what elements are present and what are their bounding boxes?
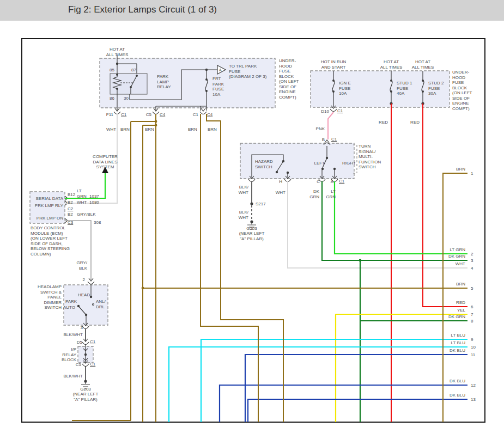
- ground-g203-left-loc: (NEAR LEFT "A" PILLAR): [65, 392, 106, 402]
- ground-g203-center-loc: (NEAR LEFT "A" PILLAR): [232, 231, 272, 241]
- relay-pin-86: 86: [107, 96, 114, 101]
- stub-label-11: DK BLU: [420, 348, 465, 353]
- stub-label-6: RED: [420, 300, 465, 306]
- headlamp-pin-3: 3: [78, 325, 83, 331]
- stub-num-3: 3: [471, 258, 473, 264]
- stub-label-7: YEL: [420, 308, 465, 313]
- connector-c4-b: C4: [207, 112, 212, 118]
- stub-num-5: 5: [471, 286, 473, 291]
- bcm-pin-c2: C2: [68, 206, 73, 212]
- switch-pos-park: PARK: [65, 299, 77, 304]
- stub-label-8: DK GRN: [420, 314, 465, 320]
- connector-c1-b: C1: [189, 112, 198, 118]
- stub-num-9: 9: [471, 337, 473, 343]
- connector-c1-turn-top: C1: [331, 137, 337, 142]
- stub-num-10: 10: [471, 345, 476, 350]
- stub-label-5: BRN: [420, 282, 465, 287]
- switch-pos-auto: AUTO: [63, 305, 75, 310]
- headlamp-switch-label: HEADLAMP SWITCH & PANEL DIMMER SWITCH: [32, 284, 62, 310]
- stud1-fuse-label: STUD 1 FUSE 40A: [397, 81, 412, 96]
- stub-num-12: 12: [471, 383, 476, 388]
- connector-c1-turn-bottom: C1: [339, 179, 344, 184]
- stub-label-10: LT BLU: [420, 340, 465, 346]
- hot-at-all-times-3: HOT AT ALL TIMES: [404, 59, 442, 70]
- wire-label-blkwht-2: BLK/WHT: [61, 374, 83, 379]
- hot-in-run-label: HOT IN RUN AND START: [314, 59, 353, 70]
- bcm-pin-b12: B12: [68, 192, 75, 198]
- switch-pos-anl-drl: ANL/ DRL: [96, 299, 106, 309]
- wire-label-brn-4: BRN: [208, 127, 217, 132]
- bcm-pin-b2-b: B2: [68, 212, 73, 217]
- stub-num-4: 4: [471, 266, 473, 271]
- stub-num-8: 8: [471, 319, 473, 324]
- wire-label-pnk: PNK: [315, 126, 325, 132]
- bcm-pin-b2-a: B2: [68, 200, 73, 205]
- park-lamp-relay-label: PARK LAMP RELAY: [157, 74, 171, 90]
- computer-data-lines-label: COMPUTER DATA LINES SYSTEM: [86, 154, 125, 170]
- circuit-1037: 1037: [89, 194, 99, 199]
- bcm-serial-data: SERIAL DATA: [32, 196, 63, 202]
- circuit-308: 308: [94, 220, 101, 225]
- wire-label-gryblk: GRY/BLK: [77, 212, 96, 217]
- wire-label-ltgrn-serial: LT GRN: [77, 188, 87, 199]
- wire-label-brn-3: BRN: [188, 127, 197, 132]
- stub-label-1: BRN: [420, 167, 465, 172]
- wire-label-dkgrn: DK GRN: [307, 189, 319, 199]
- connector-c1-d5: C1: [90, 339, 95, 345]
- bcm-module-label: BODY CONTROL MODULE (BCM) (ON LOWER LEFT…: [31, 225, 70, 257]
- stub-num-11: 11: [471, 352, 475, 358]
- turn-signal-switch-label: TURN SIGNAL/ MULTI- FUNCTION SWITCH: [359, 144, 381, 170]
- wire-label-brn-2: BRN: [145, 127, 154, 132]
- turn-left-label: LEFT: [308, 161, 325, 166]
- splice-s217-label: S217: [256, 202, 266, 207]
- relay-pin-30: 30: [121, 96, 129, 101]
- wire-label-red-1: RED: [376, 120, 388, 125]
- connector-d10: D10: [318, 109, 329, 114]
- frt-park-fuse-label: FRT PARK FUSE 10A: [212, 76, 224, 97]
- turn-right-label: RIGHT: [342, 161, 356, 166]
- wire-label-wht-h: WHT: [271, 190, 286, 196]
- to-trl-park-fuse-label: TO TRL PARK FUSE (DIAGRAM 2 OF 3): [229, 64, 266, 80]
- stub-label-4: WHT: [420, 261, 465, 267]
- hazard-switch-label: HAZARD SWITCH: [255, 159, 273, 169]
- splice-s217-dot: [250, 202, 253, 205]
- connector-c1-d10: C1: [337, 108, 343, 114]
- turn-pin-a: A: [327, 179, 333, 185]
- connector-c5: C5: [142, 112, 151, 118]
- wire-label-red-2: RED: [408, 120, 420, 125]
- wire-label-ltgrn: LT GRN: [324, 189, 336, 199]
- relay-pin-85: 85: [107, 68, 114, 73]
- wire-label-blkwht-hazard: BLK/ WHT: [234, 185, 248, 195]
- underhood-fuse-block-right-label: UNDER- HOOD FUSE BLOCK (ON LEFT SIDE OF …: [452, 70, 472, 111]
- wire-label-brn-1: BRN: [120, 127, 130, 132]
- connector-c4-a: C4: [160, 112, 165, 118]
- connector-c5-ip: C5: [72, 362, 81, 368]
- turn-pin-b: B: [318, 137, 325, 143]
- switch-pos-head: HEAD: [78, 292, 90, 298]
- underhood-fuse-block-left-label: UNDER- HOOD FUSE BLOCK (ON LEFT SIDE OF …: [279, 58, 299, 100]
- circuit-1080: 1080: [89, 200, 99, 205]
- ip-relay-block-label: I/P RELAY BLOCK: [58, 347, 76, 363]
- stub-label-12: DK BLU: [420, 379, 465, 384]
- connector-c1-a: C1: [121, 112, 126, 118]
- bcm-prk-lmp-rly: PRK LMP RLY: [31, 203, 63, 209]
- wire-label-wht: WHT: [106, 127, 116, 132]
- stub-num-2: 2: [471, 252, 473, 257]
- bcm-pin-c3: C3: [68, 220, 73, 225]
- park-lamp-relay-box: [110, 74, 147, 94]
- connector-f11: F11: [104, 112, 113, 118]
- stud2-fuse-label: STUD 2 FUSE 30A: [428, 81, 444, 96]
- relay-pin-87: 87: [130, 68, 136, 73]
- wire-label-blkwht-s217: BLK/ WHT: [234, 210, 248, 220]
- headlamp-pin-2: 2: [81, 277, 85, 283]
- arrow-letter: A: [219, 68, 222, 73]
- stub-num-7: 7: [471, 312, 473, 318]
- bcm-prk-lmp-on: PRK LMP ON: [32, 216, 63, 221]
- stub-num-6: 6: [471, 304, 473, 310]
- connector-c1-ip: C1: [90, 362, 95, 367]
- stub-label-13: DK BLU: [420, 393, 465, 398]
- wiring-diagram-page: Fig 2: Exterior Lamps Circuit (1 of 3): [0, 0, 504, 439]
- turn-pin-c: C: [313, 179, 320, 185]
- wire-label-gryblk-2: GRY/ BLK: [72, 260, 87, 271]
- wire-label-blkwht-1: BLK/WHT: [61, 332, 83, 338]
